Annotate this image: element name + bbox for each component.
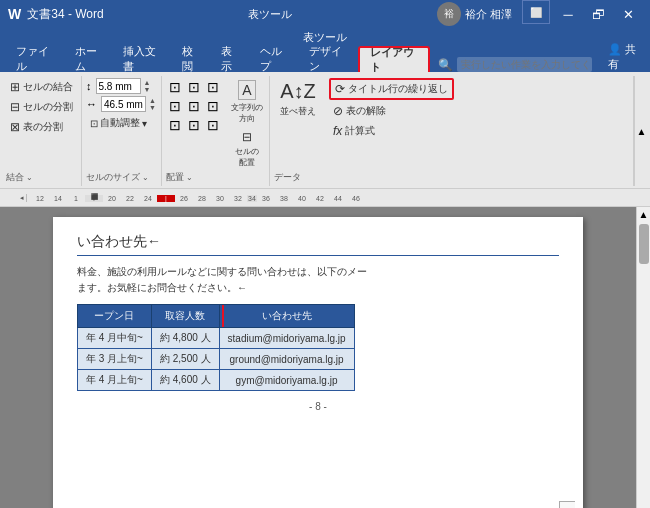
width-input[interactable]: [101, 96, 146, 112]
width-up-arrow[interactable]: ▲: [148, 97, 157, 104]
align-bot-right-button[interactable]: ⊡: [204, 116, 222, 134]
align-top-left-button[interactable]: ⊡: [166, 78, 184, 96]
share-button[interactable]: 👤 共有: [600, 42, 650, 72]
merge-cells-button[interactable]: ⊞ セルの結合: [6, 78, 77, 96]
page: い合わせ先← 料金、施設の利用ルールなどに関する問い合わせは、以下のメー ます。…: [53, 217, 583, 508]
tab-review[interactable]: 校閲: [172, 46, 211, 72]
ribbon-tab-row: ファイル ホーム 挿入文書 校閲 表示 ヘルプ デザイン レイアウト: [0, 46, 650, 72]
table-cell-cap-2: 約 2,500 人: [151, 349, 219, 370]
height-down-arrow[interactable]: ▼: [143, 86, 152, 93]
scroll-up-arrow[interactable]: ▲: [637, 207, 650, 222]
user-avatar: 裕: [437, 2, 461, 26]
search-icon: 🔍: [438, 58, 453, 72]
height-spinbox: ↕ ▲ ▼: [86, 78, 157, 94]
align-top-right-button[interactable]: ⊡: [204, 78, 222, 96]
table-row: 年 4 月上旬~ 約 4,600 人 gym@midoriyama.lg.jp: [78, 370, 355, 391]
table-cell-contact-1: stadium@midoriyama.lg.jp: [219, 328, 354, 349]
vertical-scrollbar[interactable]: ▲ ▼: [636, 207, 650, 508]
table-header-capacity: 取容人数: [151, 305, 219, 328]
table-cell-date-1: 年 4 月中旬~: [78, 328, 152, 349]
tab-design[interactable]: デザイン: [299, 46, 358, 72]
group-merge: ⊞ セルの結合 ⊟ セルの分割 ⊠ 表の分割 結合 ⌄: [2, 76, 82, 186]
autofit-button[interactable]: ⊡ 自動調整 ▾: [86, 114, 157, 132]
title-filename: 文書34 - Word: [27, 6, 103, 23]
table-cell-cap-3: 約 4,600 人: [151, 370, 219, 391]
main-content: い合わせ先← 料金、施設の利用ルールなどに関する問い合わせは、以下のメー ます。…: [0, 207, 650, 508]
cell-margin-button[interactable]: ⊟ セルの配置: [229, 128, 265, 170]
repeat-header-button[interactable]: ⟳ タイトル行の繰り返し: [329, 78, 454, 100]
table-header-open-date: ープン日: [78, 305, 152, 328]
username: 裕介 相澤: [465, 7, 512, 22]
restore-button[interactable]: 🗗: [584, 0, 612, 28]
tab-help[interactable]: ヘルプ: [250, 46, 299, 72]
formula-icon: fx: [333, 124, 342, 138]
doc-body-text: 料金、施設の利用ルールなどに関する問い合わせは、以下のメー ます。お気軽にお問合…: [77, 264, 559, 296]
tool-tab-label: 表ツール: [303, 30, 347, 45]
search-input[interactable]: [457, 57, 592, 72]
app-window: W 文書34 - Word 表ツール 裕 裕介 相澤 ⬜ ─ 🗗 ✕: [0, 0, 650, 508]
column-resize-cursor: [222, 305, 224, 327]
tab-insert[interactable]: 挿入文書: [113, 46, 172, 72]
table-header-row: ープン日 取容人数 い合わせ先: [78, 305, 355, 328]
minimize-button[interactable]: ─: [554, 0, 582, 28]
search-area: 🔍: [430, 57, 600, 72]
group-cell-size: ↕ ▲ ▼ ↔ ▲ ▼: [82, 76, 162, 186]
ribbon-outer: 表ツール ファイル ホーム 挿入文書 校閲 表示 ヘルプ デザイン: [0, 28, 650, 72]
align-mid-right-button[interactable]: ⊡: [204, 97, 222, 115]
align-top-center-button[interactable]: ⊡: [185, 78, 203, 96]
ribbon-scroll-up[interactable]: ▲: [634, 76, 648, 186]
align-mid-center-button[interactable]: ⊡: [185, 97, 203, 115]
title-bar: W 文書34 - Word 表ツール 裕 裕介 相澤 ⬜ ─ 🗗 ✕: [0, 0, 650, 28]
tab-home[interactable]: ホーム: [65, 46, 114, 72]
cell-margin-icon: ⊟: [242, 130, 252, 144]
group-merge-expander[interactable]: ⌄: [26, 173, 33, 182]
document-area: い合わせ先← 料金、施設の利用ルールなどに関する問い合わせは、以下のメー ます。…: [0, 207, 636, 508]
height-icon: ↕: [86, 80, 92, 92]
align-bot-center-button[interactable]: ⊡: [185, 116, 203, 134]
tool-section-label: 表ツール: [248, 7, 292, 22]
align-bot-left-button[interactable]: ⊡: [166, 116, 184, 134]
merge-icon: ⊞: [10, 80, 20, 94]
restore-box-icon: ⬜: [522, 0, 550, 24]
tab-layout[interactable]: レイアウト: [358, 46, 430, 72]
table-row: 年 3 月上旬~ 約 2,500 人 ground@midoriyama.lg.…: [78, 349, 355, 370]
merge-buttons: ⊞ セルの結合 ⊟ セルの分割 ⊠ 表の分割: [6, 78, 77, 136]
alignment-grid: ⊡ ⊡ ⊡ ⊡ ⊡ ⊡ ⊡ ⊡ ⊡: [166, 78, 222, 134]
table-row: 年 4 月中旬~ 約 4,800 人 stadium@midoriyama.lg…: [78, 328, 355, 349]
sort-icon: A↕Z: [280, 80, 316, 103]
ruler: ◂ 12 14 1 ▼⬛ 20 22 24 | 26 28 30 32 34 3…: [0, 189, 650, 207]
table-cell-date-3: 年 4 月上旬~: [78, 370, 152, 391]
group-merge-items: ⊞ セルの結合 ⊟ セルの分割 ⊠ 表の分割: [6, 78, 77, 170]
width-down-arrow[interactable]: ▼: [148, 104, 157, 111]
width-icon: ↔: [86, 98, 97, 110]
group-data-label: データ: [274, 170, 629, 184]
split-table-button[interactable]: ⊠ 表の分割: [6, 118, 77, 136]
sort-button[interactable]: A↕Z 並べ替え: [274, 78, 322, 120]
group-alignment: ⊡ ⊡ ⊡ ⊡ ⊡ ⊡ ⊡ ⊡ ⊡: [162, 76, 270, 186]
split-h-icon: ⊟: [10, 100, 20, 114]
tab-view[interactable]: 表示: [211, 46, 250, 72]
text-direction-button[interactable]: A 文字列の方向: [229, 78, 265, 126]
group-alignment-expander[interactable]: ⌄: [186, 173, 193, 182]
table-cell-cap-1: 約 4,800 人: [151, 328, 219, 349]
remove-borders-button[interactable]: ⊘ 表の解除: [329, 102, 454, 120]
group-cell-size-expander[interactable]: ⌄: [142, 173, 149, 182]
title-bar-left: W 文書34 - Word: [8, 6, 104, 23]
group-cell-size-label: セルのサイズ ⌄: [86, 170, 157, 184]
doc-heading: い合わせ先←: [77, 233, 559, 256]
align-mid-left-button[interactable]: ⊡: [166, 97, 184, 115]
remove-borders-icon: ⊘: [333, 104, 343, 118]
autofit-icon: ⊡: [90, 118, 98, 129]
page-number: - 8 -: [77, 401, 559, 412]
close-button[interactable]: ✕: [614, 0, 642, 28]
split-v-icon: ⊠: [10, 120, 20, 134]
scroll-thumb[interactable]: [639, 224, 649, 264]
height-up-arrow[interactable]: ▲: [143, 79, 152, 86]
page-fold: [559, 501, 575, 508]
height-input[interactable]: [96, 78, 141, 94]
split-cells-button[interactable]: ⊟ セルの分割: [6, 98, 77, 116]
formula-button[interactable]: fx 計算式: [329, 122, 454, 140]
table-cell-contact-2: ground@midoriyama.lg.jp: [219, 349, 354, 370]
width-spinbox: ↔ ▲ ▼: [86, 96, 157, 112]
tab-file[interactable]: ファイル: [6, 46, 65, 72]
